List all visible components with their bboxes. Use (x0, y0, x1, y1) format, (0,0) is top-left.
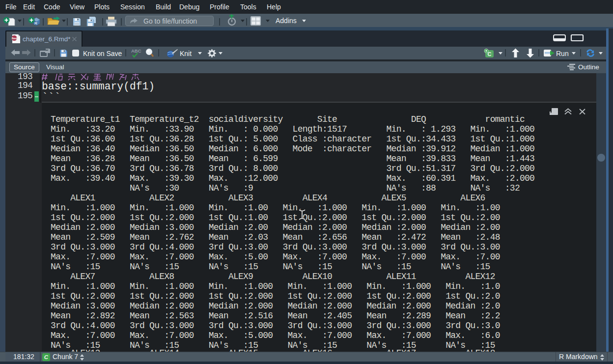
svg-text:R: R (34, 21, 37, 26)
svg-text:Rmd: Rmd (12, 37, 17, 40)
svg-text:ABC: ABC (131, 48, 141, 54)
